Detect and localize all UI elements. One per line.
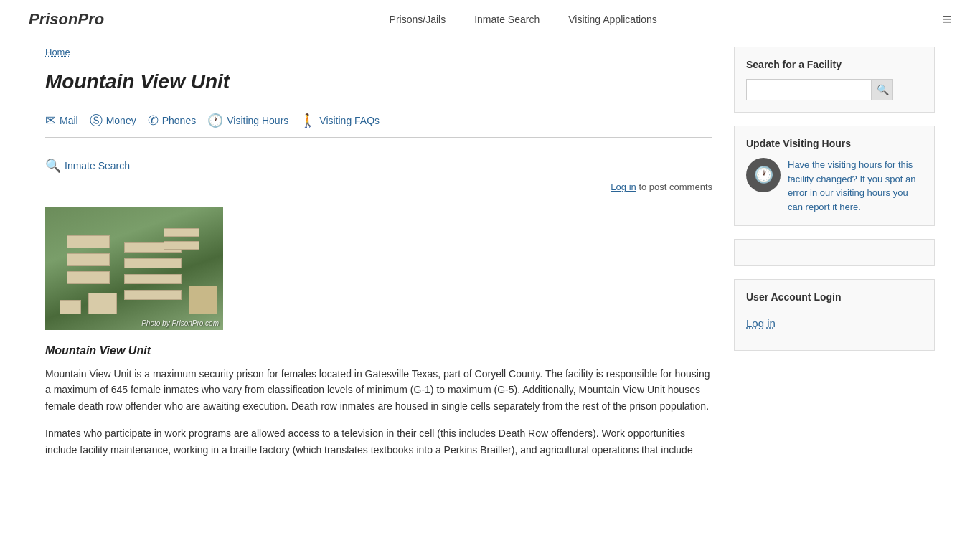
page-title: Mountain View Unit — [45, 70, 712, 93]
breadcrumb: Home — [45, 47, 712, 57]
facility-subtitle: Mountain View Unit — [45, 344, 712, 357]
update-visiting-content: 🕐 Have the visiting hours for this facil… — [746, 158, 923, 214]
facility-search-box: Search for a Facility 🔍 — [734, 47, 935, 113]
facility-image-container: Photo by PrisonPro.com — [45, 207, 223, 330]
tab-phones[interactable]: ✆ Phones — [148, 106, 207, 137]
facility-search-title: Search for a Facility — [746, 59, 923, 70]
facility-description-1: Mountain View Unit is a maximum security… — [45, 366, 712, 414]
tab-money-label: Money — [106, 115, 136, 126]
tab-inmate-search[interactable]: 🔍 Inmate Search — [45, 152, 712, 182]
nav-prisons[interactable]: Prisons/Jails — [390, 14, 446, 25]
update-clock-icon: 🕐 — [746, 158, 781, 192]
user-account-login-link[interactable]: Log in — [746, 317, 776, 329]
user-account-title: User Account Login — [746, 291, 923, 303]
login-link-inline[interactable]: Log in — [611, 182, 636, 192]
breadcrumb-home[interactable]: Home — [45, 47, 70, 57]
nav-visiting-applications[interactable]: Visiting Applications — [568, 14, 656, 25]
tab-visiting-faqs-label: Visiting FAQs — [319, 115, 380, 126]
mail-icon: ✉ — [45, 113, 56, 128]
sidebar: Search for a Facility 🔍 Update Visiting … — [734, 47, 935, 469]
main-content: Home Mountain View Unit ✉ Mail Ⓢ Money ✆… — [45, 47, 712, 469]
tab-inmate-search-label: Inmate Search — [65, 160, 130, 171]
photo-credit: Photo by PrisonPro.com — [141, 319, 219, 327]
visitor-icon: 🚶 — [300, 113, 316, 128]
main-nav: Prisons/Jails Inmate Search Visiting App… — [390, 14, 657, 25]
update-visiting-hours-box: Update Visiting Hours 🕐 Have the visitin… — [734, 126, 935, 226]
aerial-view — [45, 207, 223, 330]
hamburger-menu-icon[interactable]: ≡ — [942, 10, 951, 29]
tab-mail-label: Mail — [60, 115, 78, 126]
header: PrisonPro Prisons/Jails Inmate Search Vi… — [0, 0, 980, 39]
site-logo[interactable]: PrisonPro — [29, 10, 104, 29]
tab-mail[interactable]: ✉ Mail — [45, 106, 90, 137]
sidebar-empty-box — [734, 239, 935, 266]
facility-aerial-image: Photo by PrisonPro.com — [45, 207, 223, 330]
phone-icon: ✆ — [148, 113, 159, 128]
update-visiting-text: Have the visiting hours for this facilit… — [788, 158, 923, 214]
tab-visiting-hours[interactable]: 🕐 Visiting Hours — [207, 106, 300, 137]
tab-visiting-faqs[interactable]: 🚶 Visiting FAQs — [300, 106, 391, 137]
search-row: 🔍 — [746, 79, 923, 100]
facility-tabs: ✉ Mail Ⓢ Money ✆ Phones 🕐 Visiting Hours… — [45, 106, 712, 138]
facility-search-button[interactable]: 🔍 — [872, 79, 893, 100]
login-prompt-line: Log in to post comments — [45, 182, 712, 192]
nav-inmate-search[interactable]: Inmate Search — [474, 14, 540, 25]
update-visiting-title: Update Visiting Hours — [746, 138, 923, 149]
update-visiting-link[interactable]: Have the visiting hours for this facilit… — [788, 159, 916, 212]
page-wrapper: Home Mountain View Unit ✉ Mail Ⓢ Money ✆… — [17, 39, 963, 498]
login-prompt-text: to post comments — [639, 182, 712, 192]
facility-search-input[interactable] — [746, 79, 872, 100]
tab-money[interactable]: Ⓢ Money — [90, 106, 148, 137]
clock-icon: 🕐 — [207, 113, 223, 128]
tab-visiting-hours-label: Visiting Hours — [227, 115, 288, 126]
user-account-box: User Account Login Log in — [734, 279, 935, 351]
search-tab-icon: 🔍 — [45, 158, 61, 174]
tab-phones-label: Phones — [162, 115, 196, 126]
facility-description-2: Inmates who participate in work programs… — [45, 425, 712, 458]
money-icon: Ⓢ — [90, 112, 103, 129]
